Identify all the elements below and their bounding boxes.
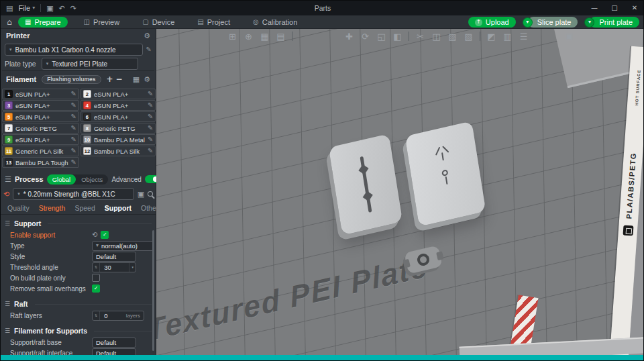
raft-layers-spinner[interactable]: ⇅ 0 layers	[92, 311, 144, 321]
assembly-view-icon[interactable]: ▣	[564, 32, 574, 40]
threshold-angle-spinner[interactable]: ⇅ 30 ▾	[92, 262, 136, 272]
model-object-blade-2[interactable]	[405, 121, 486, 227]
tab-speed[interactable]: Speed	[74, 204, 95, 212]
filament-item-7[interactable]: 7Generic PETG✎	[2, 123, 79, 134]
filament-item-1[interactable]: 1eSUN PLA+✎	[2, 89, 79, 99]
filament-item-9[interactable]: 9eSUN PLA+✎	[2, 134, 79, 145]
filament-edit-icon[interactable]: ✎	[71, 148, 76, 154]
upload-button[interactable]: ↑ Upload	[468, 17, 516, 28]
on-build-plate-checkbox[interactable]	[92, 274, 100, 282]
filament-item-3[interactable]: 3eSUN PLA+✎	[2, 100, 79, 111]
process-preset-row: ⟲ ▾ * 0.20mm Strength @BBL X1C ▣	[1, 187, 156, 201]
file-menu[interactable]: File ▾	[18, 4, 35, 12]
spinner-arrows-icon[interactable]: ⇅	[93, 263, 100, 272]
filament-item-6[interactable]: 6eSUN PLA+✎	[80, 111, 156, 122]
printer-settings-gear-icon[interactable]: ⚙	[144, 32, 150, 40]
enable-support-checkbox[interactable]: ✓	[101, 231, 109, 239]
blade-slot-diamond	[358, 164, 368, 174]
add-plate-icon[interactable]: ⊞	[227, 32, 237, 41]
redo-icon[interactable]: ↷	[70, 5, 76, 12]
filament-edit-icon[interactable]: ✎	[148, 136, 153, 143]
filament-item-10[interactable]: 10Bambu PLA Metal✎	[80, 134, 156, 145]
filament-edit-icon[interactable]: ✎	[148, 91, 153, 97]
app-menu-icon[interactable]: ▤	[6, 5, 13, 12]
slice-dropdown-icon[interactable]: ▾	[523, 17, 533, 28]
spinner-arrows-icon[interactable]: ⇅	[93, 311, 100, 320]
reset-preset-icon[interactable]: ⟲	[3, 191, 9, 198]
sidebar-scrollbar[interactable]	[152, 230, 154, 351]
filament-settings-gear-icon[interactable]: ⚙	[144, 76, 150, 83]
filament-edit-icon[interactable]: ✎	[71, 102, 76, 109]
filament-item-5[interactable]: 5eSUN PLA+✎	[2, 111, 79, 122]
tab-device[interactable]: ▢ Device	[136, 17, 181, 28]
printer-preset-dropdown[interactable]: ▾ Bambu Lab X1 Carbon 0.4 nozzle	[5, 44, 143, 56]
tab-strength[interactable]: Strength	[39, 204, 66, 212]
maximize-button[interactable]: □	[604, 1, 625, 15]
place-on-face-icon[interactable]: ◧	[392, 32, 402, 41]
search-settings-icon[interactable]	[148, 191, 153, 197]
plate-type-dropdown[interactable]: ▾ Textured PEI Plate	[42, 58, 138, 70]
objects-option[interactable]: Objects	[76, 176, 108, 183]
support-style-dropdown[interactable]: Default	[92, 252, 136, 262]
add-filament-icon[interactable]: +	[105, 74, 115, 84]
viewport-3d[interactable]: Textured PEI Plate HOT SURFACE PLA/ABS/P…	[156, 29, 644, 356]
filament-edit-icon[interactable]: ✎	[148, 148, 153, 154]
filament-item-8[interactable]: 8Generic PETG✎	[80, 123, 156, 134]
tab-calibration[interactable]: ◎ Calibration	[246, 17, 304, 28]
filament-item-13[interactable]: 13Bambu PLA Tough✎	[2, 157, 79, 168]
tab-quality[interactable]: Quality	[7, 204, 30, 212]
filament-matrix-icon[interactable]: ▦	[133, 76, 140, 83]
print-dropdown-icon[interactable]: ▾	[584, 17, 594, 28]
home-icon[interactable]: ⌂	[1, 18, 18, 26]
filament-edit-icon[interactable]: ✎	[71, 91, 76, 97]
support-group-title: Support	[14, 219, 41, 227]
add-object-icon[interactable]: ⊕	[244, 32, 254, 41]
arrange-icon[interactable]: ▦	[260, 32, 270, 41]
advanced-label: Advanced	[111, 176, 141, 183]
filament-item-2[interactable]: 2eSUN PLA+✎	[80, 89, 156, 99]
filament-edit-icon[interactable]: ✎	[71, 159, 76, 166]
save-preset-icon[interactable]: ▣	[138, 191, 144, 198]
text-shape-icon[interactable]: ▥	[502, 32, 513, 41]
rotate-icon[interactable]: ⟳	[360, 32, 370, 41]
remove-filament-icon[interactable]: −	[115, 74, 124, 84]
filament-item-4[interactable]: 4eSUN PLA+✎	[80, 100, 156, 111]
process-preset-dropdown[interactable]: ▾ * 0.20mm Strength @BBL X1C	[13, 188, 133, 200]
filament-edit-icon[interactable]: ✎	[148, 113, 153, 120]
printer-edit-icon[interactable]: ✎	[146, 46, 152, 53]
filament-edit-icon[interactable]: ✎	[71, 125, 76, 132]
global-option[interactable]: Global	[47, 174, 76, 185]
filament-edit-icon[interactable]: ✎	[148, 102, 153, 109]
flushing-volumes-button[interactable]: Flushing volumes	[42, 75, 101, 84]
slice-plate-button[interactable]: ▾ Slice plate	[523, 17, 578, 28]
mesh-boolean-icon[interactable]: ◫	[431, 32, 441, 41]
auto-orient-icon[interactable]: ▤	[276, 32, 286, 41]
seam-painting-icon[interactable]: ▧	[464, 32, 474, 41]
tab-prepare[interactable]: ▦ Prepare	[18, 17, 68, 28]
filament-edit-icon[interactable]: ✎	[71, 136, 76, 143]
support-painting-icon[interactable]: ▨	[447, 32, 458, 41]
filament-item-11[interactable]: 11Generic PLA Silk✎	[2, 146, 79, 156]
variable-layer-height-icon[interactable]: ☰	[519, 32, 529, 41]
undo-icon[interactable]: ↶	[59, 5, 65, 12]
cut-icon[interactable]: ✂	[415, 32, 425, 41]
filament-edit-icon[interactable]: ✎	[71, 113, 76, 120]
on-build-plate-row: On build plate only	[1, 272, 156, 283]
color-painting-icon[interactable]: ◩	[486, 32, 496, 41]
close-button[interactable]: ✕	[625, 1, 644, 15]
print-plate-button[interactable]: ▾ Print plate	[584, 17, 639, 28]
support-raft-base-dropdown[interactable]: Default	[92, 338, 136, 348]
move-icon[interactable]: ✚	[344, 32, 354, 41]
tab-project[interactable]: ▤ Project	[191, 17, 237, 28]
filament-item-12[interactable]: 12Bambu PLA Silk✎	[80, 146, 156, 156]
scale-icon[interactable]: ◱	[376, 32, 386, 41]
support-type-dropdown[interactable]: ▾ normal(auto)	[92, 241, 154, 251]
tab-preview[interactable]: ◫ Preview	[77, 17, 127, 28]
minimize-button[interactable]: —	[584, 1, 604, 15]
spinner-step-icon[interactable]: ▾	[129, 263, 136, 272]
remove-overhangs-checkbox[interactable]: ✓	[92, 285, 100, 293]
reset-option-icon[interactable]: ⟲	[92, 231, 97, 238]
save-project-icon[interactable]: ▣	[46, 5, 53, 12]
tab-support[interactable]: Support	[105, 204, 131, 212]
filament-edit-icon[interactable]: ✎	[148, 125, 153, 132]
